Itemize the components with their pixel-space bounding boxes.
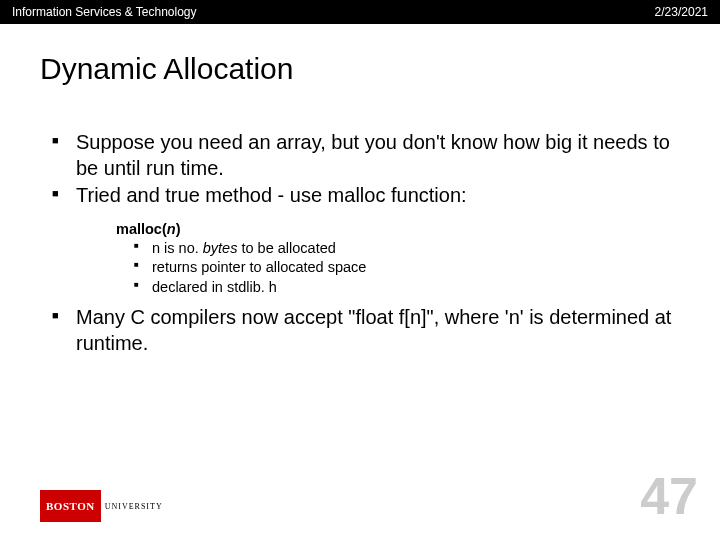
malloc-signature: malloc(n) (116, 221, 680, 237)
sub-bullet-item: n is no. bytes to be allocated (134, 239, 680, 259)
page-number: 47 (640, 470, 698, 522)
sub-text: to be allocated (237, 240, 335, 256)
malloc-arg: n (167, 221, 176, 237)
main-bullet-list-2: Many C compilers now accept "float f[n]"… (40, 305, 680, 356)
boston-university-logo: BOSTON UNIVERSITY (40, 490, 142, 522)
sub-bullet-item: declared in stdlib. h (134, 278, 680, 298)
malloc-block: malloc(n) n is no. bytes to be allocated… (40, 211, 680, 306)
malloc-sub-list: n is no. bytes to be allocated returns p… (116, 239, 680, 298)
slide-title: Dynamic Allocation (0, 24, 720, 86)
slide-footer: BOSTON UNIVERSITY 47 (0, 470, 720, 522)
logo-red-block: BOSTON (40, 490, 101, 522)
sub-text: n is no. (152, 240, 203, 256)
malloc-name: malloc( (116, 221, 167, 237)
slide-content: Suppose you need an array, but you don't… (0, 86, 720, 357)
main-bullet-list: Suppose you need an array, but you don't… (40, 130, 680, 209)
bullet-item: Many C compilers now accept "float f[n]"… (40, 305, 680, 356)
logo-text-block: UNIVERSITY (101, 490, 163, 522)
bullet-item: Suppose you need an array, but you don't… (40, 130, 680, 181)
sub-bullet-item: returns pointer to allocated space (134, 258, 680, 278)
header-date: 2/23/2021 (655, 5, 708, 19)
header-org: Information Services & Technology (12, 5, 197, 19)
malloc-close: ) (176, 221, 181, 237)
bullet-item: Tried and true method - use malloc funct… (40, 183, 680, 209)
slide-header: Information Services & Technology 2/23/2… (0, 0, 720, 24)
sub-text-italic: bytes (203, 240, 238, 256)
